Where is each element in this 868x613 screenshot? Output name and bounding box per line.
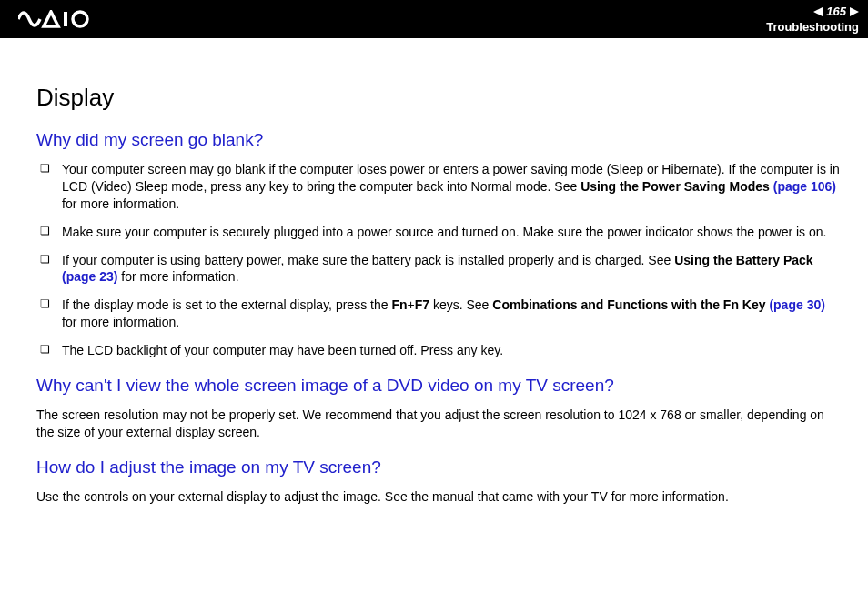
- page-number: 165: [826, 5, 846, 18]
- list-item: The LCD backlight of your computer may h…: [36, 342, 841, 359]
- list-item: Make sure your computer is securely plug…: [36, 224, 841, 241]
- question-2-body: The screen resolution may not be properl…: [36, 407, 841, 441]
- page-link[interactable]: (page 106): [773, 179, 836, 194]
- question-2-title: Why can't I view the whole screen image …: [36, 376, 841, 396]
- page-link[interactable]: (page 30): [769, 297, 824, 312]
- question-3-body: Use the controls on your external displa…: [36, 488, 841, 506]
- question-3-title: How do I adjust the image on my TV scree…: [36, 457, 841, 477]
- vaio-logo: [18, 10, 100, 28]
- header-right: 165 Troubleshooting: [766, 5, 859, 34]
- list-item: If your computer is using battery power,…: [36, 252, 841, 286]
- question-1-list: Your computer screen may go blank if the…: [36, 161, 841, 359]
- svg-rect-0: [64, 12, 67, 26]
- list-item: Your computer screen may go blank if the…: [36, 161, 841, 213]
- page-nav: 165: [766, 5, 859, 18]
- svg-point-1: [73, 12, 87, 26]
- page-link[interactable]: (page 23): [62, 269, 117, 284]
- prev-page-icon[interactable]: [813, 7, 823, 16]
- question-1-title: Why did my screen go blank?: [36, 130, 841, 150]
- page-title: Display: [36, 84, 841, 112]
- list-item: If the display mode is set to the extern…: [36, 296, 841, 331]
- header-bar: 165 Troubleshooting: [0, 0, 868, 38]
- next-page-icon[interactable]: [850, 7, 859, 16]
- page-content: Display Why did my screen go blank? Your…: [0, 38, 868, 533]
- section-name: Troubleshooting: [766, 20, 859, 34]
